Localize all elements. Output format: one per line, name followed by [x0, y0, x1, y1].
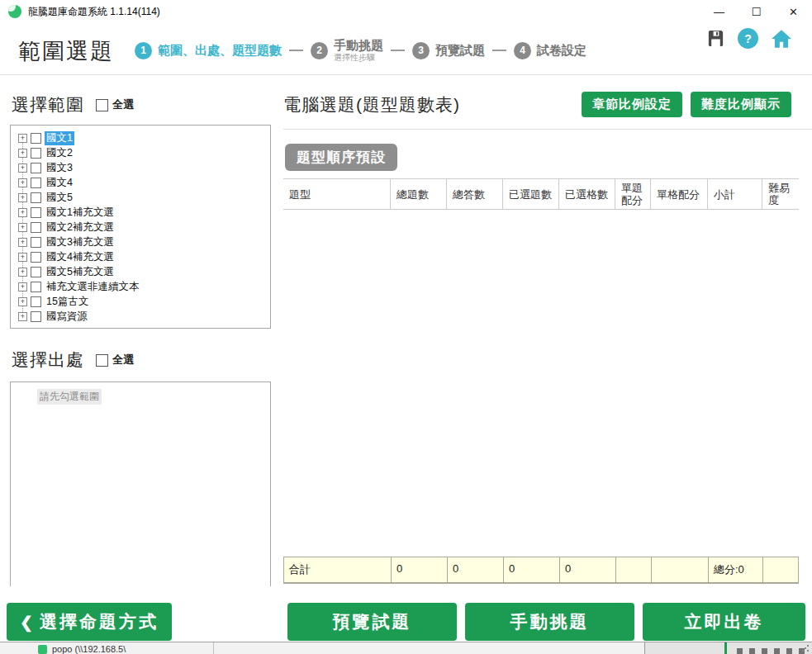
step-number-badge: 2	[311, 42, 328, 59]
expand-icon[interactable]: +	[18, 312, 27, 321]
chevron-left-icon: ❮	[20, 613, 33, 632]
expand-icon[interactable]: +	[18, 297, 27, 306]
tree-item-checkbox[interactable]	[31, 192, 41, 203]
tree-item-label[interactable]: 國文4	[45, 176, 74, 190]
expand-icon[interactable]: +	[18, 193, 27, 202]
step-label: 試卷設定	[537, 43, 586, 58]
step-3[interactable]: 3預覽試題	[412, 42, 485, 59]
expand-icon[interactable]: +	[18, 253, 27, 262]
totals-cell: 0	[447, 557, 503, 582]
home-icon[interactable]	[771, 29, 792, 49]
range-select-all-checkbox[interactable]	[96, 99, 108, 111]
tree-item-checkbox[interactable]	[31, 267, 41, 277]
tree-item[interactable]: +國文4補充文選	[18, 249, 270, 264]
tree-item[interactable]: +國文1	[18, 130, 270, 145]
tree-item[interactable]: +15篇古文	[18, 294, 270, 309]
wizard-steps: 1範圍、出處、題型題數2手動挑題選擇性步驟3預覽試題4試卷設定	[135, 31, 586, 69]
preview-button[interactable]: 預覽試題	[287, 603, 457, 641]
tree-item-checkbox[interactable]	[31, 148, 41, 159]
tree-item-checkbox[interactable]	[31, 222, 41, 233]
tree-item-checkbox[interactable]	[31, 178, 41, 188]
tree-item[interactable]: +國文2補充文選	[18, 220, 270, 235]
expand-icon[interactable]: +	[18, 134, 27, 143]
clipped-text-fragment	[737, 648, 809, 654]
source-select-all[interactable]: 全選	[96, 353, 134, 367]
tree-item[interactable]: +國文5	[18, 190, 270, 205]
expand-icon[interactable]: +	[18, 223, 27, 232]
tree-item[interactable]: +國文2	[18, 145, 270, 160]
expand-icon[interactable]: +	[18, 164, 27, 173]
tree-item-label[interactable]: 國文3補充文選	[45, 235, 116, 249]
source-hint-text: 請先勾選範圍	[37, 389, 102, 405]
tree-item[interactable]: +國文5補充文選	[18, 264, 270, 279]
totals-cell: 0	[559, 557, 615, 582]
expand-icon[interactable]: +	[18, 238, 27, 247]
tree-item-checkbox[interactable]	[31, 207, 41, 218]
tree-item-label[interactable]: 國文2	[45, 146, 74, 160]
main-panel: 電腦選題(題型題數表) 章節比例設定 難度比例顯示 題型順序預設 題型總題數總答…	[283, 75, 812, 586]
save-icon[interactable]	[706, 29, 725, 48]
difficulty-ratio-button[interactable]: 難度比例顯示	[691, 92, 791, 117]
maximize-button[interactable]: ☐	[738, 0, 775, 23]
manual-pick-button[interactable]: 手動挑題	[465, 603, 634, 641]
tree-item-checkbox[interactable]	[31, 282, 41, 292]
column-header: 單格配分	[650, 179, 707, 209]
tree-item-label[interactable]: 國文1補充文選	[45, 206, 116, 220]
main-title: 電腦選題(題型題數表)	[283, 93, 460, 116]
tree-item-checkbox[interactable]	[31, 237, 41, 248]
expand-icon[interactable]: +	[18, 268, 27, 277]
tree-item-label[interactable]: 國文5	[45, 191, 74, 205]
tree-item-checkbox[interactable]	[31, 133, 41, 144]
range-select-all[interactable]: 全選	[96, 97, 134, 112]
resize-grip[interactable]	[801, 644, 810, 652]
accent-line	[724, 642, 727, 654]
expand-icon[interactable]: +	[18, 282, 27, 291]
tree-item[interactable]: +國文3補充文選	[18, 235, 270, 249]
tree-item-label[interactable]: 國寫資源	[45, 310, 89, 324]
tree-item[interactable]: +國寫資源	[18, 309, 270, 324]
tree-item[interactable]: +國文3	[18, 160, 270, 175]
step-4[interactable]: 4試卷設定	[514, 42, 586, 59]
help-icon[interactable]: ?	[738, 28, 758, 49]
tree-item-label[interactable]: 國文2補充文選	[45, 220, 116, 235]
tree-item-checkbox[interactable]	[31, 163, 41, 173]
close-button[interactable]: ✕	[775, 0, 812, 23]
wizard-header: 範圍選題 1範圍、出處、題型題數2手動挑題選擇性步驟3預覽試題4試卷設定 ?	[0, 23, 812, 75]
tree-item[interactable]: +國文4	[18, 175, 270, 190]
tree-item-label[interactable]: 補充文選非連續文本	[45, 280, 141, 294]
generate-paper-button[interactable]: 立即出卷	[643, 603, 805, 641]
ratio-buttons: 章節比例設定 難度比例顯示	[582, 92, 791, 117]
tree-item-label[interactable]: 國文3	[45, 161, 74, 175]
minimize-button[interactable]: —	[700, 0, 738, 23]
back-button[interactable]: ❮ 選擇命題方式	[7, 603, 172, 641]
step-label-group: 預覽試題	[435, 43, 485, 58]
type-order-button[interactable]: 題型順序預設	[285, 144, 397, 171]
totals-cell	[762, 557, 798, 582]
source-select-all-checkbox[interactable]	[96, 354, 108, 367]
tree-item-label[interactable]: 國文1	[45, 131, 74, 145]
tree-item-label[interactable]: 國文5補充文選	[45, 265, 116, 279]
chapter-ratio-button[interactable]: 章節比例設定	[582, 92, 682, 117]
column-header: 已選題數	[502, 179, 558, 209]
question-table-header: 題型總題數總答數已選題數已選格數單題配分單格配分小計難易度	[283, 178, 799, 210]
footer-bar: ❮ 選擇命題方式 預覽試題 手動挑題 立即出卷	[0, 586, 812, 642]
tree-item-label[interactable]: 國文4補充文選	[45, 250, 116, 264]
tree-item[interactable]: +國文1補充文選	[18, 205, 270, 220]
range-select-all-label: 全選	[112, 97, 134, 112]
expand-icon[interactable]: +	[18, 208, 27, 217]
totals-cell	[615, 557, 651, 582]
app-window: 龍騰題庫命題系統 1.1.14(114) — ☐ ✕ 範圍選題 1範圍、出處、題…	[0, 0, 812, 654]
tree-item-checkbox[interactable]	[31, 252, 41, 263]
column-header: 總答數	[446, 179, 502, 209]
expand-icon[interactable]: +	[18, 178, 27, 187]
step-2[interactable]: 2手動挑題選擇性步驟	[311, 38, 383, 63]
totals-row: 合計0000總分:0	[283, 557, 799, 584]
tree-item-checkbox[interactable]	[31, 311, 41, 322]
tree-item-label[interactable]: 15篇古文	[45, 295, 90, 309]
step-1[interactable]: 1範圍、出處、題型題數	[135, 42, 282, 59]
main-panel-header: 電腦選題(題型題數表) 章節比例設定 難度比例顯示	[283, 75, 812, 130]
range-title: 選擇範圍	[12, 93, 84, 116]
expand-icon[interactable]: +	[18, 149, 27, 158]
tree-item-checkbox[interactable]	[31, 296, 41, 307]
tree-item[interactable]: +補充文選非連續文本	[18, 279, 270, 294]
